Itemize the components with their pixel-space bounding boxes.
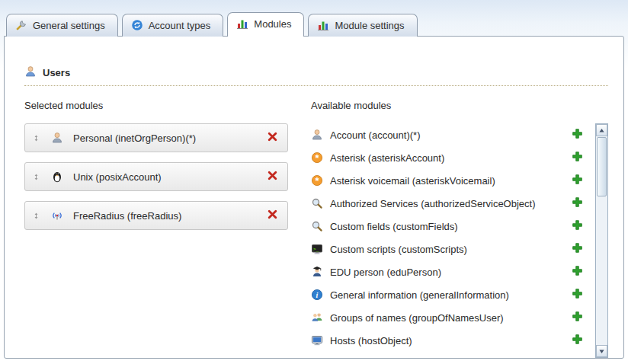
wrench-icon (15, 19, 27, 31)
user-icon (24, 65, 37, 80)
group-icon (311, 311, 323, 324)
plus-icon (572, 334, 583, 347)
modules-columns: Selected modules Personal (inetOrgPerson… (24, 92, 608, 358)
tab-label: Account types (149, 20, 211, 31)
available-modules-wrap: Account (account)(*) * Asterisk (asteris… (311, 123, 608, 358)
plus-icon (572, 219, 583, 233)
remove-module-button[interactable] (265, 207, 280, 224)
available-module-row: >_ Custom scripts (customScripts) (311, 238, 595, 260)
selected-modules-label: Selected modules (24, 100, 311, 111)
red-x-icon (267, 131, 278, 145)
drag-handle-icon[interactable] (33, 133, 40, 143)
available-modules-label: Available modules (311, 100, 608, 111)
red-x-icon (267, 209, 278, 222)
scrollbar-thumb[interactable] (597, 137, 607, 196)
plus-icon (572, 174, 583, 187)
scroll-down-icon (598, 346, 605, 357)
tab-module-settings[interactable]: Module settings (308, 14, 417, 37)
add-module-button[interactable] (570, 286, 585, 303)
available-module-row: i General information (generalInformatio… (311, 283, 595, 306)
available-modules-column: Available modules Account (account)(*) *… (311, 92, 608, 358)
section-header-users: Users (24, 65, 608, 86)
tab-label: General settings (33, 20, 105, 31)
person-icon (311, 129, 323, 141)
available-module-row: Hosts (hostObject) (311, 329, 595, 352)
available-module-label: Hosts (hostObject) (330, 335, 563, 346)
bar-chart-icon (236, 18, 248, 30)
selected-module-label: Personal (inetOrgPerson)(*) (70, 133, 258, 144)
available-modules-scrollbar[interactable] (595, 123, 608, 358)
antenna-icon (51, 209, 63, 222)
bar-chart-icon (317, 19, 329, 31)
asterisk-icon: * (311, 152, 323, 164)
available-module-label: Authorized Services (authorizedServiceOb… (330, 198, 563, 209)
plus-icon (572, 311, 583, 324)
tab-general-settings[interactable]: General settings (6, 14, 118, 37)
available-module-label: Asterisk voicemail (asteriskVoicemail) (330, 175, 563, 187)
refresh-icon (131, 19, 143, 31)
graduate-icon (311, 266, 323, 278)
selected-module-row: Unix (posixAccount) (24, 162, 288, 191)
plus-icon (572, 288, 583, 302)
plus-icon (572, 128, 583, 142)
available-module-row: Authorized Services (authorizedServiceOb… (311, 192, 595, 215)
selected-module-label: Unix (posixAccount) (70, 171, 258, 183)
scroll-up-icon (598, 125, 605, 136)
scroll-up-button[interactable] (596, 124, 607, 136)
modules-panel: Users Selected modules Personal (inetOrg… (4, 36, 624, 359)
scroll-down-button[interactable] (596, 345, 607, 357)
available-modules-list: Account (account)(*) * Asterisk (asteris… (311, 123, 595, 358)
available-module-row: * Asterisk voicemail (asteriskVoicemail) (311, 169, 595, 192)
red-x-icon (267, 170, 278, 184)
section-title: Users (43, 67, 70, 78)
add-module-button[interactable] (570, 149, 585, 166)
magnifier-icon (311, 220, 323, 232)
selected-module-label: FreeRadius (freeRadius) (70, 210, 258, 222)
add-module-button[interactable] (570, 309, 585, 326)
tab-bar: General settings Account types Modules M… (0, 12, 628, 36)
available-module-row: * Asterisk (asteriskAccount) (311, 146, 595, 169)
drag-handle-icon[interactable] (33, 211, 40, 221)
plus-icon (572, 242, 583, 256)
available-module-row: EDU person (eduPerson) (311, 260, 595, 283)
remove-module-button[interactable] (265, 168, 280, 185)
asterisk-icon: * (311, 174, 323, 187)
monitor-icon (311, 334, 323, 346)
selected-modules-column: Selected modules Personal (inetOrgPerson… (24, 92, 311, 358)
available-module-row: Account (account)(*) (311, 123, 595, 146)
magnifier-icon (311, 197, 323, 209)
add-module-button[interactable] (570, 172, 585, 189)
person-icon (51, 132, 63, 144)
available-module-label: Custom scripts (customScripts) (330, 244, 563, 255)
remove-module-button[interactable] (265, 129, 280, 146)
available-module-label: Account (account)(*) (330, 129, 563, 141)
tab-account-types[interactable]: Account types (122, 14, 224, 37)
available-module-row: Groups of names (groupOfNamesUser) (311, 306, 595, 329)
available-module-label: Custom fields (customFields) (330, 221, 563, 232)
penguin-icon (51, 171, 63, 183)
selected-modules-list: Personal (inetOrgPerson)(*) Unix (posixA… (24, 123, 311, 230)
available-module-label: Asterisk (asteriskAccount) (330, 152, 563, 164)
available-module-label: General information (generalInformation) (330, 289, 563, 301)
add-module-button[interactable] (570, 241, 585, 257)
scrollbar-track[interactable] (596, 136, 607, 345)
available-module-label: EDU person (eduPerson) (330, 267, 563, 278)
selected-module-row: FreeRadius (freeRadius) (24, 201, 288, 230)
add-module-button[interactable] (570, 263, 585, 280)
terminal-icon: >_ (311, 243, 323, 255)
tab-label: Modules (254, 18, 291, 30)
selected-module-row: Personal (inetOrgPerson)(*) (24, 123, 288, 152)
add-module-button[interactable] (570, 218, 585, 235)
plus-icon (572, 151, 583, 164)
tab-modules[interactable]: Modules (227, 12, 304, 37)
info-icon: i (311, 289, 323, 301)
add-module-button[interactable] (570, 126, 585, 143)
tab-label: Module settings (335, 20, 404, 31)
add-module-button[interactable] (570, 332, 585, 349)
add-module-button[interactable] (570, 195, 585, 212)
available-module-row: Custom fields (customFields) (311, 215, 595, 238)
svg-text:>_: >_ (313, 246, 319, 252)
drag-handle-icon[interactable] (33, 172, 40, 182)
svg-text:i: i (316, 291, 319, 299)
plus-icon (572, 265, 583, 279)
